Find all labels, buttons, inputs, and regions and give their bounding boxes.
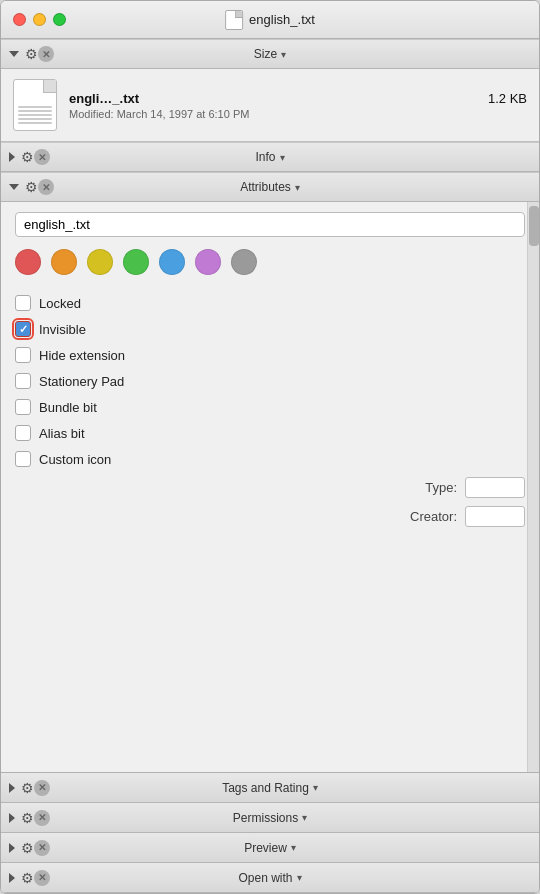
bottom-bar-label-2: Preview▾ [244,841,296,855]
document-icon [225,10,243,30]
bottom-bar-arrow-0[interactable] [9,783,15,793]
file-modified-date: Modified: March 14, 1997 at 6:10 PM [69,108,527,120]
color-dot-blue[interactable] [159,249,185,275]
thumb-line [18,122,52,124]
type-input[interactable] [465,477,525,498]
bottom-bar-label-1: Permissions▾ [233,811,307,825]
info-bar-label: Info [255,150,275,164]
size-bar-center: Size ▾ [254,47,286,61]
thumb-line [18,106,52,108]
size-bar-left: ⚙ [9,46,38,62]
color-dot-gray[interactable] [231,249,257,275]
attributes-bar-label: Attributes [240,180,291,194]
color-dot-orange[interactable] [51,249,77,275]
info-expand-arrow[interactable] [9,152,15,162]
maximize-button[interactable] [53,13,66,26]
checkbox-row-bundle-bit: Bundle bit [15,399,525,415]
filename-input[interactable] [15,212,525,237]
attributes-close-button[interactable]: ✕ [38,179,54,195]
creator-input[interactable] [465,506,525,527]
checkbox-label-invisible: Invisible [39,322,86,337]
minimize-button[interactable] [33,13,46,26]
bottom-bar-close-0[interactable]: ✕ [34,780,50,796]
size-bar-label: Size [254,47,277,61]
creator-row: Creator: [15,506,525,527]
checkbox-row-stationery-pad: Stationery Pad [15,373,525,389]
size-chevron-icon: ▾ [281,49,286,60]
color-label-row [15,249,525,275]
bottom-bar-label-3: Open with▾ [238,871,301,885]
checkbox-label-bundle-bit: Bundle bit [39,400,97,415]
checkbox-bundle-bit[interactable] [15,399,31,415]
color-dot-red[interactable] [15,249,41,275]
checkbox-row-hide-extension: Hide extension [15,347,525,363]
checkbox-hide-extension[interactable] [15,347,31,363]
info-bar-left: ⚙ [9,149,34,165]
size-collapse-arrow[interactable] [9,51,19,57]
attributes-chevron-icon: ▾ [295,182,300,193]
checkbox-label-hide-extension: Hide extension [39,348,125,363]
bottom-bar-arrow-3[interactable] [9,873,15,883]
bottom-bar-3[interactable]: ⚙Open with▾✕ [1,863,539,893]
bottom-bar-gear-0[interactable]: ⚙ [21,780,34,796]
checkbox-stationery-pad[interactable] [15,373,31,389]
scrollbar-thumb[interactable] [529,206,539,246]
bottom-bar-arrow-1[interactable] [9,813,15,823]
bottom-bar-left-3: ⚙ [9,870,34,886]
checkbox-alias-bit[interactable] [15,425,31,441]
bottom-bar-left-2: ⚙ [9,840,34,856]
scrollbar-track[interactable] [527,202,539,772]
size-close-button[interactable]: ✕ [38,46,54,62]
checkbox-row-alias-bit: Alias bit [15,425,525,441]
info-section-bar[interactable]: ⚙ Info ▾ ✕ [1,142,539,172]
bottom-bar-0[interactable]: ⚙Tags and Rating▾✕ [1,773,539,803]
attributes-content: Locked✓InvisibleHide extensionStationery… [1,202,539,772]
bottom-bar-close-2[interactable]: ✕ [34,840,50,856]
bottom-bar-close-1[interactable]: ✕ [34,810,50,826]
type-row: Type: [15,477,525,498]
file-thumbnail [13,79,57,131]
size-section-bar[interactable]: ⚙ Size ▾ ✕ [1,39,539,69]
thumb-line [18,118,52,120]
checkbox-invisible[interactable]: ✓ [15,321,31,337]
info-gear-icon[interactable]: ⚙ [21,149,34,165]
attributes-collapse-arrow[interactable] [9,184,19,190]
info-bar-center: Info ▾ [255,150,284,164]
file-thumb-lines [14,106,56,130]
checkbox-label-locked: Locked [39,296,81,311]
close-button[interactable] [13,13,26,26]
attributes-gear-icon[interactable]: ⚙ [25,179,38,195]
file-name-line: engli…_.txt 1.2 KB [69,91,527,106]
bottom-bar-left-1: ⚙ [9,810,34,826]
file-metadata: engli…_.txt 1.2 KB Modified: March 14, 1… [69,91,527,120]
info-close-button[interactable]: ✕ [34,149,50,165]
bottom-bar-close-3[interactable]: ✕ [34,870,50,886]
title-bar: english_.txt [1,1,539,39]
bottom-bar-arrow-2[interactable] [9,843,15,853]
bottom-bar-gear-1[interactable]: ⚙ [21,810,34,826]
checkbox-label-stationery-pad: Stationery Pad [39,374,124,389]
title-bar-title: english_.txt [225,10,315,30]
bottom-bar-1[interactable]: ⚙Permissions▾✕ [1,803,539,833]
checkbox-label-alias-bit: Alias bit [39,426,85,441]
checkbox-label-custom-icon: Custom icon [39,452,111,467]
checkbox-custom-icon[interactable] [15,451,31,467]
color-dot-green[interactable] [123,249,149,275]
color-dot-purple[interactable] [195,249,221,275]
attributes-section-bar[interactable]: ⚙ Attributes ▾ ✕ [1,172,539,202]
type-creator-section: Type: Creator: [15,477,525,527]
window: english_.txt ⚙ Size ▾ ✕ engli…_.txt [0,0,540,894]
info-chevron-icon: ▾ [280,152,285,163]
attributes-bar-center: Attributes ▾ [240,180,300,194]
color-dot-yellow[interactable] [87,249,113,275]
checkbox-locked[interactable] [15,295,31,311]
bottom-bar-gear-2[interactable]: ⚙ [21,840,34,856]
checkbox-row-locked: Locked [15,295,525,311]
window-title: english_.txt [249,12,315,27]
file-size: 1.2 KB [488,91,527,106]
size-gear-icon[interactable]: ⚙ [25,46,38,62]
bottom-bar-left-0: ⚙ [9,780,34,796]
checkbox-row-invisible: ✓Invisible [15,321,525,337]
bottom-bar-2[interactable]: ⚙Preview▾✕ [1,833,539,863]
bottom-bar-gear-3[interactable]: ⚙ [21,870,34,886]
